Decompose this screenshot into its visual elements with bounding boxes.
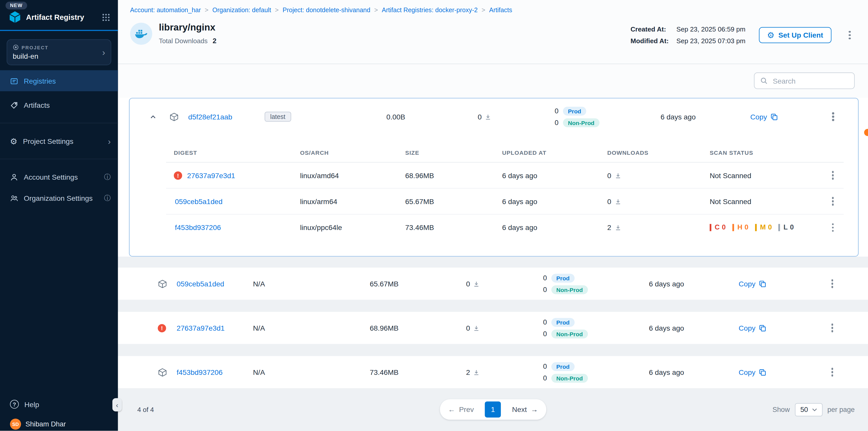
breadcrumb-project[interactable]: Project: donotdelete-shivanand: [283, 7, 370, 13]
download-icon: [615, 198, 621, 204]
prev-page-button[interactable]: ← Prev: [444, 403, 478, 416]
digest-kebab-menu[interactable]: [828, 194, 838, 209]
avatar: SD: [10, 419, 21, 430]
breadcrumb-account[interactable]: Account: automation_har: [130, 7, 201, 13]
download-icon: [473, 280, 479, 287]
sidebar: NEW Artifact Registry PROJECT build-en ›: [0, 0, 118, 431]
search-input[interactable]: [772, 76, 848, 86]
copy-button[interactable]: Copy: [708, 279, 797, 288]
help-icon: ?: [10, 400, 19, 409]
nonprod-badge: Non-Prod: [551, 285, 588, 294]
info-icon[interactable]: ⓘ: [104, 193, 111, 203]
version-size: 0.00B: [349, 112, 443, 121]
sidebar-item-organization-settings[interactable]: Organization Settings ⓘ: [0, 188, 118, 209]
setup-client-label: Set Up Client: [778, 31, 823, 39]
prod-count: 0: [543, 274, 547, 281]
main-content: Account: automation_har > Organization: …: [118, 0, 868, 431]
copy-label: Copy: [739, 279, 755, 288]
version-row: f453bd937206 N/A 73.46MB 2 0Prod 0Non-Pr…: [118, 356, 868, 388]
scan-status-counts: C0 H0 M0 L0: [710, 224, 794, 231]
row-kebab-menu[interactable]: [827, 276, 837, 291]
copy-label: Copy: [739, 324, 755, 332]
page-header: library/nginx Total Downloads 2 Created …: [118, 20, 868, 64]
page-size-value: 50: [800, 406, 808, 413]
sidebar-item-project-settings[interactable]: ⚙ Project Settings ›: [0, 131, 118, 152]
version-row: 059ceb5a1ded N/A 65.67MB 0 0Prod 0Non-Pr…: [118, 268, 868, 300]
sidebar-item-help[interactable]: ? Help: [0, 394, 118, 415]
page-size-select[interactable]: 50: [795, 403, 823, 416]
digest-downloads: 2: [607, 223, 611, 232]
warning-icon: !: [174, 171, 182, 179]
search-icon: [760, 77, 768, 85]
modified-at-label: Modified At:: [630, 37, 669, 45]
download-icon: [615, 224, 621, 231]
project-selector[interactable]: PROJECT build-en ›: [7, 39, 111, 65]
version-tag: N/A: [249, 324, 337, 332]
sidebar-item-label: Organization Settings: [24, 194, 99, 202]
copy-label: Copy: [739, 368, 755, 376]
scan-status: Not Scanned: [703, 197, 822, 206]
sidebar-item-label: Account Settings: [24, 173, 99, 181]
nonprod-count: 0: [543, 330, 547, 337]
sidebar-item-label: Registries: [24, 76, 111, 85]
version-name-link[interactable]: 27637a97e3d1: [176, 324, 249, 332]
sidebar-item-account-settings[interactable]: Account Settings ⓘ: [0, 166, 118, 188]
digest-kebab-menu[interactable]: [828, 168, 838, 183]
module-grid-icon[interactable]: [102, 13, 110, 21]
new-badge: NEW: [6, 2, 27, 9]
digest-uploaded: 6 days ago: [496, 171, 601, 179]
col-os-arch: OS/ARCH: [293, 149, 398, 156]
row-kebab-menu[interactable]: [827, 365, 837, 379]
version-name-link[interactable]: f453bd937206: [176, 368, 249, 376]
digest-link[interactable]: f453bd937206: [174, 223, 221, 232]
digest-link[interactable]: 059ceb5a1ded: [174, 197, 223, 206]
table-row: d5f28ef21aab latest 0.00B 0 0Prod 0Non-P…: [129, 98, 858, 135]
digest-kebab-menu[interactable]: [828, 220, 838, 235]
row-kebab-menu[interactable]: [827, 321, 837, 335]
digest-row: f453bd937206 linux/ppc64le 73.46MB 6 day…: [166, 214, 844, 240]
chevron-down-icon: [812, 408, 817, 411]
docker-icon: [130, 22, 152, 44]
header-kebab-menu[interactable]: [845, 28, 855, 42]
collapse-row-button[interactable]: [141, 113, 165, 120]
prod-badge: Prod: [551, 318, 575, 327]
medium-count: M0: [755, 224, 772, 231]
breadcrumb-registry[interactable]: Artifact Registries: docker-proxy-2: [382, 7, 478, 13]
environment-counts: 0Prod 0Non-Prod: [515, 273, 625, 294]
digest-table-header: DIGEST OS/ARCH SIZE UPLOADED AT DOWNLOAD…: [166, 142, 844, 162]
version-downloads: 2: [466, 368, 470, 376]
info-icon[interactable]: ⓘ: [104, 172, 111, 182]
breadcrumb-artifacts[interactable]: Artifacts: [489, 7, 512, 13]
digest-downloads: 0: [607, 197, 611, 206]
copy-button[interactable]: Copy: [720, 112, 808, 121]
warning-icon: !: [158, 324, 166, 332]
col-digest: DIGEST: [166, 149, 293, 156]
package-icon: [153, 279, 176, 289]
nonprod-count: 0: [555, 119, 558, 126]
per-page-label: per page: [827, 406, 855, 413]
digest-link[interactable]: 27637a97e3d1: [186, 171, 235, 179]
person-icon: [10, 173, 18, 181]
setup-client-button[interactable]: ⚙ Set Up Client: [759, 27, 832, 43]
user-menu[interactable]: SD Shibam Dhar: [0, 415, 118, 431]
digest-row: 059ceb5a1ded linux/arm64 65.67MB 6 days …: [166, 189, 844, 214]
version-name-link[interactable]: 059ceb5a1ded: [176, 279, 249, 288]
breadcrumb-organization[interactable]: Organization: default: [212, 7, 271, 13]
row-kebab-menu[interactable]: [828, 109, 838, 124]
page-1-button[interactable]: 1: [485, 401, 501, 418]
copy-button[interactable]: Copy: [708, 368, 797, 376]
version-modified: 6 days ago: [625, 324, 708, 332]
digest-os-arch: linux/ppc64le: [293, 223, 398, 232]
version-downloads: 0: [466, 324, 470, 332]
version-name-link[interactable]: d5f28ef21aab: [187, 112, 260, 121]
high-count: H0: [733, 224, 748, 231]
sidebar-collapse-handle[interactable]: ‹: [113, 398, 122, 411]
total-downloads-value: 2: [213, 37, 216, 45]
sidebar-item-registries[interactable]: Registries: [0, 70, 118, 91]
row-gap: [118, 300, 868, 312]
nonprod-badge: Non-Prod: [551, 373, 588, 383]
next-page-button[interactable]: Next →: [507, 403, 542, 416]
copy-button[interactable]: Copy: [708, 324, 797, 332]
sidebar-item-artifacts[interactable]: Artifacts: [0, 95, 118, 115]
sidebar-item-label: Help: [24, 400, 111, 408]
